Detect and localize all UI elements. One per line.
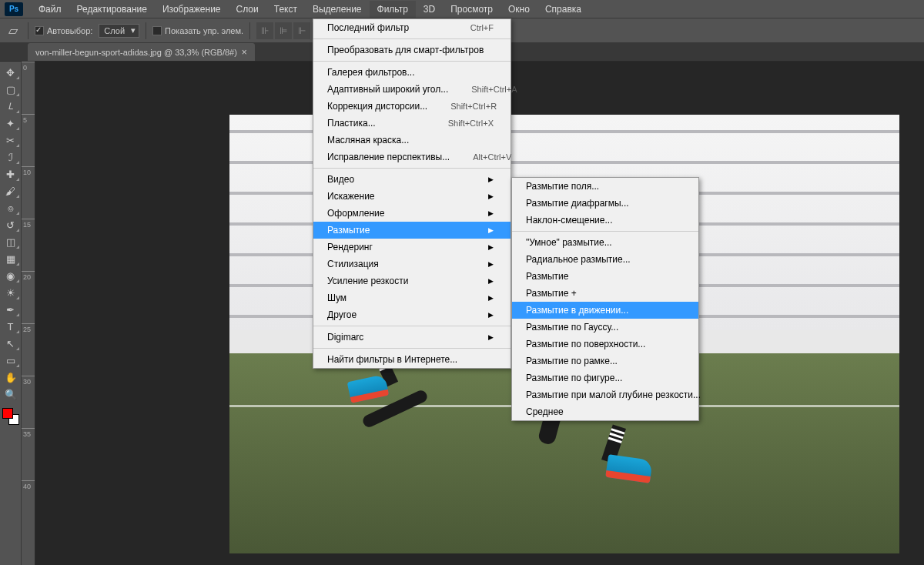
ruler-tick: 30	[22, 376, 35, 428]
filter-menu-item[interactable]: Коррекция дисторсии...Shift+Ctrl+R	[313, 98, 511, 115]
menu-file[interactable]: Файл	[31, 1, 69, 18]
filter-menu-item[interactable]: Преобразовать для смарт-фильтров	[313, 42, 511, 59]
menu-window[interactable]: Окно	[500, 1, 537, 18]
filter-menu-item[interactable]: Размытие▶	[313, 222, 511, 239]
ruler-tick: 10	[22, 166, 35, 219]
blur-menu-item[interactable]: Наклон-смещение...	[512, 212, 698, 229]
brush-tool[interactable]: 🖌	[2, 183, 20, 199]
filter-menu-item[interactable]: Искажение▶	[313, 188, 511, 205]
wand-tool[interactable]: ✦	[2, 115, 20, 131]
blur-menu-item[interactable]: Среднее	[512, 403, 698, 420]
menu-image[interactable]: Изображение	[155, 1, 229, 18]
menu-layers[interactable]: Слои	[229, 1, 266, 18]
align-btn[interactable]: ⊩	[293, 22, 310, 39]
hand-tool[interactable]: ✋	[2, 369, 20, 385]
divider	[249, 22, 250, 39]
submenu-arrow-icon: ▶	[488, 209, 494, 217]
pen-tool[interactable]: ✒	[2, 302, 20, 317]
marquee-tool[interactable]: ▢	[2, 82, 20, 97]
menu-item-label: "Умное" размытие...	[526, 237, 612, 248]
menu-separator	[313, 348, 511, 349]
blur-menu-item[interactable]: Размытие при малой глубине резкости...	[512, 386, 698, 403]
blur-menu-item[interactable]: Размытие по рамке...	[512, 353, 698, 369]
submenu-arrow-icon: ▶	[488, 333, 494, 341]
filter-menu-item[interactable]: Шум▶	[313, 289, 511, 306]
gradient-tool[interactable]: ▦	[2, 251, 20, 266]
stamp-tool[interactable]: ⌾	[2, 200, 20, 216]
menu-edit[interactable]: Редактирование	[69, 1, 155, 18]
filter-menu-item[interactable]: Пластика...Shift+Ctrl+X	[313, 115, 511, 132]
foreground-color[interactable]	[2, 408, 13, 419]
dodge-tool[interactable]: ☀	[2, 285, 20, 300]
menu-item-label: Найти фильтры в Интернете...	[327, 354, 457, 365]
menu-item-label: Последний фильтр	[327, 22, 409, 33]
autoselect-label: Автовыбор:	[47, 26, 92, 35]
ruler-tick: 20	[22, 271, 35, 323]
filter-menu-item[interactable]: Видео▶	[313, 171, 511, 188]
filter-menu-item[interactable]: Усиление резкости▶	[313, 272, 511, 289]
blur-menu-item[interactable]: Размытие в движении...	[512, 302, 698, 319]
filter-menu-item[interactable]: Адаптивный широкий угол...Shift+Ctrl+A	[313, 81, 511, 98]
menu-view[interactable]: Просмотр	[443, 1, 500, 18]
ruler-tick: 0	[22, 62, 35, 114]
shape-tool[interactable]: ▭	[2, 353, 20, 368]
align-btn[interactable]: ⊪	[256, 22, 273, 39]
tab-title: von-miller-begun-sport-adidas.jpg @ 33,3…	[35, 48, 237, 57]
filter-menu-item[interactable]: Последний фильтрCtrl+F	[313, 19, 511, 36]
blur-menu-item[interactable]: Размытие	[512, 268, 698, 285]
filter-menu-item[interactable]: Найти фильтры в Интернете...	[313, 351, 511, 368]
heal-tool[interactable]: ✚	[2, 166, 20, 182]
blur-submenu: Размытие поля...Размытие диафрагмы...Нак…	[511, 177, 699, 421]
menu-help[interactable]: Справка	[537, 1, 589, 18]
submenu-arrow-icon: ▶	[488, 176, 494, 183]
blur-menu-item[interactable]: Размытие по фигуре...	[512, 369, 698, 386]
menu-item-label: Размытие в движении...	[526, 305, 628, 316]
menu-shortcut: Alt+Ctrl+V	[473, 152, 511, 162]
eyedropper-tool[interactable]: ℐ	[2, 149, 20, 165]
move-tool[interactable]: ✥	[2, 65, 20, 80]
blur-menu-item[interactable]: "Умное" размытие...	[512, 234, 698, 251]
filter-menu-item[interactable]: Другое▶	[313, 306, 511, 323]
lasso-tool[interactable]: 𝘓	[2, 99, 20, 114]
menu-item-label: Размытие	[327, 225, 370, 236]
color-swatches[interactable]	[2, 408, 19, 425]
path-tool[interactable]: ↖	[2, 336, 20, 351]
filter-menu-item[interactable]: Масляная краска...	[313, 132, 511, 149]
filter-menu-item[interactable]: Исправление перспективы...Alt+Ctrl+V	[313, 149, 511, 165]
filter-menu-item[interactable]: Галерея фильтров...	[313, 64, 511, 81]
autoselect-checkbox[interactable]: Автовыбор:	[35, 26, 92, 35]
align-btn[interactable]: ⊫	[275, 22, 292, 39]
history-brush-tool[interactable]: ↺	[2, 217, 20, 232]
blur-menu-item[interactable]: Размытие +	[512, 285, 698, 302]
blur-menu-item[interactable]: Размытие по Гауссу...	[512, 319, 698, 336]
submenu-arrow-icon: ▶	[488, 243, 494, 251]
menu-3d[interactable]: 3D	[416, 1, 443, 18]
zoom-tool[interactable]: 🔍	[2, 386, 20, 402]
eraser-tool[interactable]: ◫	[2, 234, 20, 249]
blur-menu-item[interactable]: Размытие диафрагмы...	[512, 195, 698, 212]
text-tool[interactable]: T	[2, 319, 20, 334]
blur-tool[interactable]: ◉	[2, 268, 20, 283]
menu-item-label: Размытие поля...	[526, 181, 599, 192]
menu-item-label: Видео	[327, 174, 354, 185]
ruler-tick: 35	[22, 428, 35, 480]
autoselect-select[interactable]: Слой	[99, 24, 139, 38]
blur-menu-item[interactable]: Размытие по поверхности...	[512, 336, 698, 353]
tab-close-icon[interactable]: ×	[242, 47, 247, 58]
menu-select[interactable]: Выделение	[305, 1, 370, 18]
menu-item-label: Пластика...	[327, 118, 376, 129]
menu-filter[interactable]: Фильтр	[370, 1, 416, 18]
menu-shortcut: Shift+Ctrl+A	[471, 85, 517, 94]
crop-tool[interactable]: ✂	[2, 132, 20, 148]
filter-menu-item[interactable]: Оформление▶	[313, 205, 511, 222]
document-tab[interactable]: von-miller-begun-sport-adidas.jpg @ 33,3…	[28, 43, 255, 61]
blur-menu-item[interactable]: Радиальное размытие...	[512, 251, 698, 268]
filter-menu-item[interactable]: Стилизация▶	[313, 256, 511, 272]
menu-text[interactable]: Текст	[266, 1, 305, 18]
menu-item-label: Среднее	[526, 406, 564, 417]
filter-menu-item[interactable]: Digimarc▶	[313, 329, 511, 346]
blur-menu-item[interactable]: Размытие поля...	[512, 178, 698, 195]
show-controls-checkbox[interactable]: Показать упр. элем.	[152, 26, 243, 35]
menu-shortcut: Shift+Ctrl+R	[450, 102, 497, 111]
filter-menu-item[interactable]: Рендеринг▶	[313, 239, 511, 256]
